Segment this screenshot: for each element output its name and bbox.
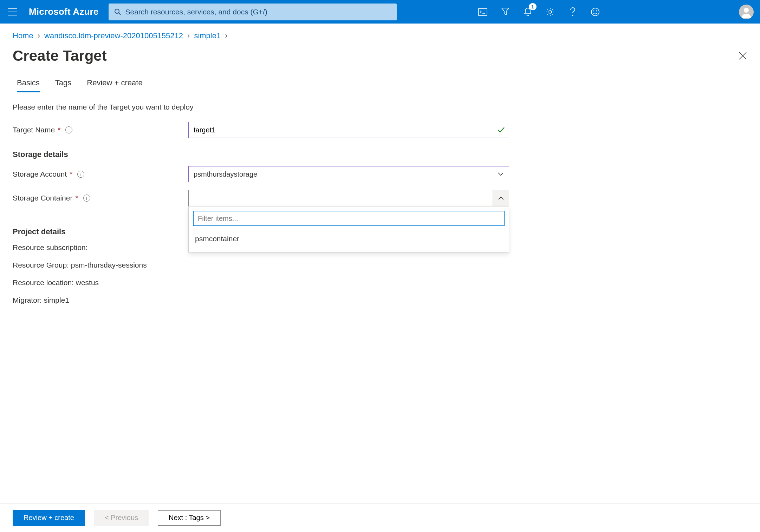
target-name-label: Target Name * i — [13, 126, 188, 134]
storage-account-label: Storage Account * i — [13, 170, 188, 178]
form-content: Please enter the name of the Target you … — [0, 103, 760, 304]
global-search[interactable] — [109, 4, 397, 20]
breadcrumb-simple1[interactable]: simple1 — [194, 31, 221, 40]
notification-badge: 1 — [529, 3, 537, 10]
select-caret[interactable] — [493, 190, 509, 206]
svg-point-4 — [591, 8, 599, 16]
notifications-button[interactable]: 1 — [522, 7, 533, 17]
gear-icon — [546, 7, 555, 17]
footer: Review + create < Previous Next : Tags > — [0, 503, 760, 532]
svg-point-7 — [744, 8, 749, 13]
storage-container-dropdown: psmcontainer — [188, 206, 509, 252]
storage-details-heading: Storage details — [13, 150, 747, 159]
required-indicator: * — [70, 170, 72, 178]
feedback-icon — [591, 7, 600, 17]
hamburger-icon — [8, 8, 17, 15]
page-title: Create Target — [13, 47, 107, 64]
storage-account-value: psmthursdaystorage — [194, 170, 257, 178]
user-avatar[interactable] — [739, 5, 754, 19]
info-icon[interactable]: i — [77, 171, 84, 178]
cloud-shell-button[interactable] — [478, 7, 488, 17]
nav-hamburger[interactable] — [6, 6, 19, 18]
user-icon — [740, 6, 752, 18]
previous-button: < Previous — [94, 510, 149, 526]
chevron-right-icon: › — [38, 31, 40, 40]
close-icon — [738, 51, 747, 60]
storage-container-label: Storage Container * i — [13, 194, 188, 202]
resource-location-line: Resource location: westus — [13, 278, 747, 287]
svg-point-6 — [596, 10, 597, 11]
search-input[interactable] — [125, 8, 391, 16]
brand-label[interactable]: Microsoft Azure — [29, 6, 99, 17]
storage-account-select-wrap: psmthursdaystorage — [188, 166, 509, 182]
search-icon — [114, 8, 121, 15]
info-icon[interactable]: i — [65, 126, 72, 133]
chevron-down-icon — [498, 172, 504, 176]
breadcrumb-resource[interactable]: wandisco.ldm-preview-20201005155212 — [44, 31, 183, 40]
chevron-up-icon — [498, 196, 504, 200]
breadcrumb-home[interactable]: Home — [13, 31, 33, 40]
chevron-right-icon: › — [225, 31, 227, 40]
page-header: Create Target — [0, 44, 760, 78]
feedback-button[interactable] — [590, 7, 600, 17]
topbar-right: 1 — [478, 5, 754, 19]
instruction-text: Please enter the name of the Target you … — [13, 103, 747, 111]
tabs: Basics Tags Review + create — [0, 78, 760, 92]
filter-icon — [501, 7, 509, 17]
svg-point-3 — [572, 15, 573, 16]
dropdown-filter-input[interactable] — [193, 211, 505, 226]
dropdown-option-psmcontainer[interactable]: psmcontainer — [193, 230, 505, 248]
settings-button[interactable] — [545, 7, 556, 17]
storage-container-row: Storage Container * i psmcontainer — [13, 190, 747, 206]
breadcrumb: Home › wandisco.ldm-preview-202010051552… — [0, 24, 760, 44]
required-indicator: * — [58, 126, 60, 134]
svg-point-0 — [115, 9, 119, 13]
svg-point-2 — [549, 11, 552, 13]
target-name-row: Target Name * i — [13, 122, 747, 138]
required-indicator: * — [75, 194, 78, 202]
help-icon — [570, 7, 576, 17]
tab-review-create[interactable]: Review + create — [87, 78, 142, 92]
chevron-right-icon: › — [187, 31, 190, 40]
directory-filter-button[interactable] — [500, 7, 511, 17]
help-button[interactable] — [567, 7, 578, 17]
close-button[interactable] — [738, 51, 747, 60]
svg-point-5 — [593, 10, 595, 11]
migrator-line: Migrator: simple1 — [13, 296, 747, 304]
tab-basics[interactable]: Basics — [17, 78, 40, 92]
resource-group-line: Resource Group: psm-thursday-sessions — [13, 261, 747, 269]
storage-container-select-wrap: psmcontainer — [188, 190, 509, 206]
check-icon — [497, 127, 505, 133]
target-name-input[interactable] — [188, 122, 509, 138]
info-icon[interactable]: i — [83, 195, 90, 202]
review-create-button[interactable]: Review + create — [13, 510, 85, 526]
tab-tags[interactable]: Tags — [55, 78, 71, 92]
storage-container-select[interactable] — [188, 190, 509, 206]
storage-account-row: Storage Account * i psmthursdaystorage — [13, 166, 747, 182]
next-button[interactable]: Next : Tags > — [158, 510, 221, 526]
svg-rect-1 — [479, 8, 487, 15]
cloud-shell-icon — [478, 8, 487, 16]
target-name-input-wrap — [188, 122, 509, 138]
storage-account-select[interactable]: psmthursdaystorage — [188, 166, 509, 182]
topbar: Microsoft Azure 1 — [0, 0, 760, 24]
